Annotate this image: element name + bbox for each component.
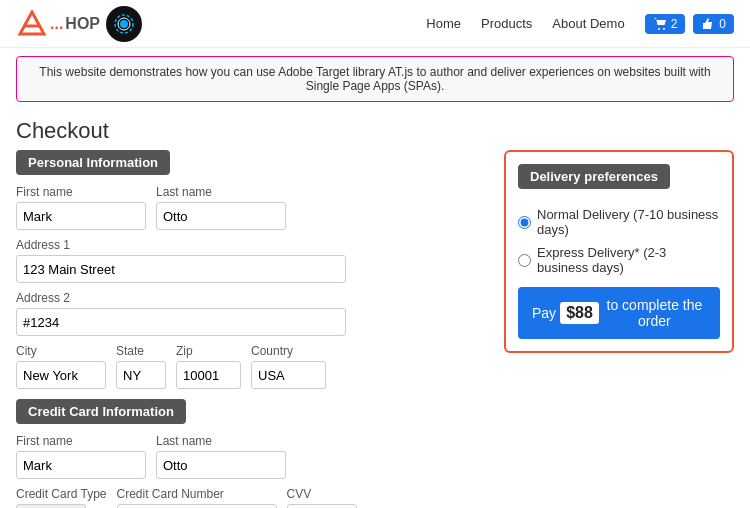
nav-products[interactable]: Products (481, 16, 532, 31)
address2-label: Address 2 (16, 291, 346, 305)
banner-text: This website demonstrates how you can us… (39, 65, 710, 93)
nav: Home Products About Demo 2 0 (426, 14, 734, 34)
city-label: City (16, 344, 106, 358)
logo-gear-icon (106, 6, 142, 42)
first-name-input[interactable] (16, 202, 146, 230)
address2-group: Address 2 (16, 291, 346, 336)
country-input[interactable] (251, 361, 326, 389)
last-name-group: Last name (156, 185, 286, 230)
city-state-row: City State Zip Country (16, 344, 484, 389)
country-group: Country (251, 344, 326, 389)
normal-delivery-label: Normal Delivery (7-10 business days) (537, 207, 720, 237)
address2-row: Address 2 (16, 291, 484, 336)
cc-last-name-input[interactable] (156, 451, 286, 479)
first-name-label: First name (16, 185, 146, 199)
logo-text: ... (50, 15, 63, 33)
address1-input[interactable] (16, 255, 346, 283)
delivery-options: Normal Delivery (7-10 business days) Exp… (518, 207, 720, 275)
logo-a-icon (16, 10, 48, 38)
state-input[interactable] (116, 361, 166, 389)
last-name-input[interactable] (156, 202, 286, 230)
page-title: Checkout (0, 110, 750, 150)
pay-prefix: Pay (532, 305, 556, 321)
cc-first-name-group: First name (16, 434, 146, 479)
cart-button[interactable]: 2 (645, 14, 686, 34)
cart-icon (653, 17, 667, 31)
cc-last-name-label: Last name (156, 434, 286, 448)
state-group: State (116, 344, 166, 389)
first-name-group: First name (16, 185, 146, 230)
svg-marker-0 (20, 12, 44, 34)
cc-first-name-input[interactable] (16, 451, 146, 479)
cc-num-input[interactable] (117, 504, 277, 508)
right-column: Delivery preferences Normal Delivery (7-… (504, 150, 734, 508)
country-label: Country (251, 344, 326, 358)
express-delivery-option[interactable]: Express Delivery* (2-3 business days) (518, 245, 720, 275)
state-label: State (116, 344, 166, 358)
normal-delivery-option[interactable]: Normal Delivery (7-10 business days) (518, 207, 720, 237)
address1-group: Address 1 (16, 238, 346, 283)
address1-row: Address 1 (16, 238, 484, 283)
left-column: Personal Information First name Last nam… (16, 150, 484, 508)
main-content: Personal Information First name Last nam… (0, 150, 750, 508)
cart-count: 2 (671, 17, 678, 31)
pay-button[interactable]: Pay $88 to complete the order (518, 287, 720, 339)
info-banner: This website demonstrates how you can us… (16, 56, 734, 102)
svg-point-2 (120, 20, 128, 28)
credit-card-section: Credit Card Information First name Last … (16, 399, 484, 508)
delivery-box: Delivery preferences Normal Delivery (7-… (504, 150, 734, 353)
like-count: 0 (719, 17, 726, 31)
cc-num-group: Credit Card Number (117, 487, 277, 508)
pay-amount: $88 (560, 302, 599, 324)
zip-label: Zip (176, 344, 241, 358)
cvv-input[interactable] (287, 504, 357, 508)
cc-last-name-group: Last name (156, 434, 286, 479)
thumbs-up-icon (701, 17, 715, 31)
express-delivery-radio[interactable] (518, 254, 531, 267)
personal-info-header: Personal Information (16, 150, 170, 175)
cc-type-select[interactable]: Visa Mastercard Amex (16, 504, 86, 508)
nav-about-demo[interactable]: About Demo (552, 16, 624, 31)
cc-first-name-label: First name (16, 434, 146, 448)
cvv-label: CVV (287, 487, 357, 501)
city-input[interactable] (16, 361, 106, 389)
credit-card-header: Credit Card Information (16, 399, 186, 424)
cc-type-label: Credit Card Type (16, 487, 107, 501)
cc-details-row: Credit Card Type Visa Mastercard Amex Cr… (16, 487, 484, 508)
nav-home[interactable]: Home (426, 16, 461, 31)
svg-point-6 (663, 28, 665, 30)
cc-name-row: First name Last name (16, 434, 484, 479)
svg-point-5 (658, 28, 660, 30)
header: ... HOP Home Products About Demo 2 0 (0, 0, 750, 48)
cc-num-label: Credit Card Number (117, 487, 277, 501)
zip-group: Zip (176, 344, 241, 389)
logo-shop-text: HOP (65, 15, 100, 33)
normal-delivery-radio[interactable] (518, 216, 531, 229)
logo: ... HOP (16, 6, 142, 42)
like-button[interactable]: 0 (693, 14, 734, 34)
address1-label: Address 1 (16, 238, 346, 252)
last-name-label: Last name (156, 185, 286, 199)
zip-input[interactable] (176, 361, 241, 389)
city-group: City (16, 344, 106, 389)
name-row: First name Last name (16, 185, 484, 230)
personal-info-section: Personal Information First name Last nam… (16, 150, 484, 389)
cc-type-group: Credit Card Type Visa Mastercard Amex (16, 487, 107, 508)
address2-input[interactable] (16, 308, 346, 336)
express-delivery-label: Express Delivery* (2-3 business days) (537, 245, 720, 275)
delivery-header: Delivery preferences (518, 164, 670, 189)
pay-suffix: to complete the order (603, 297, 706, 329)
cvv-group: CVV (287, 487, 357, 508)
